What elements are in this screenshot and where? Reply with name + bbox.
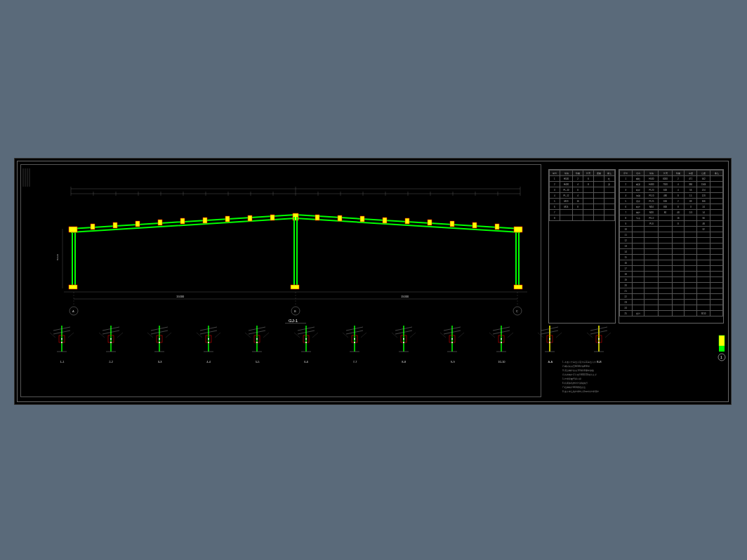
svg-point-120 [305, 338, 307, 340]
table-row: 8 [550, 215, 615, 221]
svg-rect-45 [495, 224, 499, 229]
table-row: 4PL-124 [550, 193, 615, 199]
table-row: 17 [619, 266, 722, 272]
svg-line-172 [587, 333, 593, 338]
section-detail-3-3: 3-3 [140, 320, 179, 362]
detail-label: 2-2 [92, 360, 131, 364]
svg-point-166 [549, 342, 550, 343]
svg-line-110 [263, 333, 269, 338]
svg-line-91 [147, 333, 153, 338]
table-header: 备注 [604, 171, 614, 176]
table-row: 20 [619, 283, 722, 288]
svg-point-103 [208, 342, 209, 343]
svg-point-148 [451, 342, 453, 343]
section-detail-A-A: A-A [531, 320, 569, 362]
table-header: 规格 [560, 171, 572, 176]
section-detail-6-6: 6-6 [287, 320, 326, 362]
drawing-notes: 1. 本图尺寸单位为毫米标高单位为米2. 钢材采用Q345B焊条E50型3. 高… [562, 360, 717, 394]
table-row: 16 [619, 260, 722, 266]
svg-point-130 [354, 342, 355, 343]
svg-rect-27 [91, 224, 95, 229]
table-row: 13 [619, 244, 722, 249]
svg-line-92 [166, 333, 171, 338]
svg-point-156 [501, 338, 502, 340]
svg-point-84 [110, 338, 112, 340]
detail-label: 5-5 [238, 360, 277, 364]
svg-line-154 [489, 333, 495, 338]
svg-point-129 [354, 338, 355, 340]
svg-point-157 [501, 342, 502, 343]
svg-point-102 [208, 338, 209, 340]
cad-drawing-viewport[interactable]: A B C 15000 15000 6000 GJ-1 1-1 [14, 158, 732, 405]
table-row: 1H50026柱 [550, 176, 615, 182]
svg-rect-39 [360, 216, 364, 222]
svg-line-155 [508, 333, 513, 338]
svg-rect-38 [338, 215, 342, 221]
section-detail-B-B: B-B [580, 320, 619, 362]
svg-line-146 [458, 333, 464, 338]
svg-point-175 [598, 342, 600, 343]
table-row: 9PL8848 [619, 221, 722, 227]
svg-rect-32 [203, 218, 207, 223]
svg-rect-56 [514, 285, 522, 289]
svg-point-85 [110, 342, 112, 343]
section-detail-7-7: 7-7 [336, 320, 374, 362]
svg-point-75 [61, 338, 62, 340]
table-row: 23 [619, 300, 722, 305]
schedule-tables: 编号规格数量长度重量备注1H50026柱2H40048梁3PL-1084PL-1… [548, 169, 724, 324]
svg-point-93 [159, 338, 160, 340]
svg-line-118 [294, 333, 300, 338]
table-row: 12 [619, 238, 722, 244]
section-detail-5-5: 5-5 [238, 320, 277, 362]
svg-rect-28 [113, 222, 117, 228]
svg-point-111 [256, 338, 258, 340]
svg-line-137 [410, 333, 416, 338]
table-row: 1032 [619, 227, 722, 232]
svg-line-127 [343, 333, 348, 338]
svg-line-145 [440, 333, 446, 338]
svg-rect-40 [383, 218, 387, 223]
section-detail-10-10: 10-10 [482, 320, 521, 362]
svg-rect-30 [158, 220, 162, 225]
section-detail-9-9: 9-9 [433, 320, 472, 362]
detail-label: 10-10 [482, 360, 521, 364]
height-dim: 6000 [57, 253, 59, 260]
grid-label-b: B [294, 309, 296, 313]
table-row: 2H40048梁 [550, 182, 615, 187]
table-header: 重量 [593, 171, 604, 176]
svg-line-82 [99, 333, 105, 338]
grid-label-a: A [72, 309, 74, 313]
svg-line-128 [361, 333, 366, 338]
svg-rect-55 [514, 227, 522, 232]
table-row: 7螺栓M2080480.314 [619, 210, 722, 215]
svg-point-76 [61, 342, 62, 343]
table-row: 14 [619, 249, 722, 255]
svg-rect-53 [69, 285, 77, 289]
svg-line-173 [605, 333, 611, 338]
table-row: 8节点PL121696 [619, 215, 722, 221]
table-row: 2钢梁H400750043361344 [619, 182, 722, 187]
svg-point-112 [256, 342, 258, 343]
table-row: 5M2016 [550, 199, 615, 204]
svg-rect-54 [291, 285, 299, 289]
table-row: 11 [619, 232, 722, 238]
svg-rect-34 [248, 215, 252, 221]
svg-line-163 [538, 333, 543, 338]
table-header: 总重 [697, 171, 710, 176]
span-dim-1: 15000 [176, 295, 185, 298]
table-header: 编号 [550, 171, 560, 176]
svg-point-94 [159, 342, 160, 343]
table-row: 21 [619, 288, 722, 294]
section-detail-8-8: 8-8 [385, 320, 423, 362]
svg-rect-42 [428, 220, 432, 225]
scale-marks [22, 167, 36, 188]
section-detail-1-1: 1-1 [43, 320, 81, 362]
svg-line-109 [245, 333, 251, 338]
section-detail-4-4: 4-4 [190, 320, 228, 362]
svg-rect-33 [225, 216, 230, 222]
detail-label: 9-9 [433, 360, 472, 364]
detail-label: 4-4 [190, 360, 228, 364]
table-row: 15 [619, 255, 722, 260]
detail-label: 8-8 [385, 360, 423, 364]
table-row: 6M248 [550, 204, 615, 210]
